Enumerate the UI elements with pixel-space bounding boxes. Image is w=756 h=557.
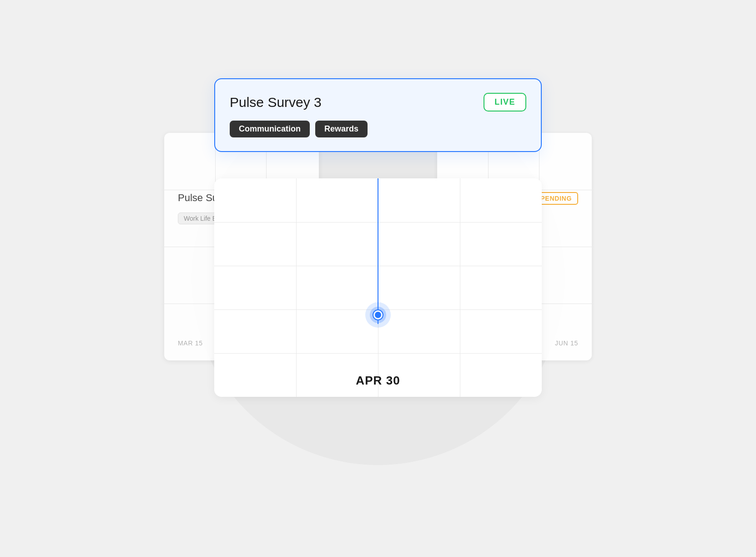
dot-glow-outer [365, 302, 391, 328]
timeline-v-line [460, 178, 460, 397]
dot-core [373, 310, 383, 319]
left-card-date: MAR 15 [178, 339, 203, 347]
timeline-area: APR 30 [214, 178, 542, 397]
tag-rewards: Rewards [315, 121, 368, 137]
timeline-dot [365, 302, 391, 328]
card-header: Pulse Survey 3 LIVE [230, 93, 526, 111]
survey-title: Pulse Survey 3 [230, 95, 322, 110]
right-card-date: JUN 15 [555, 339, 578, 347]
survey-tags: Communication Rewards [230, 121, 526, 137]
live-status-badge: LIVE [484, 93, 526, 111]
timeline-v-line [296, 178, 297, 397]
scene: Pulse Survey 2 Work Life Balance Involve… [173, 51, 583, 506]
tag-communication: Communication [230, 121, 310, 137]
main-survey-card[interactable]: Pulse Survey 3 LIVE Communication Reward… [214, 78, 542, 152]
timeline-date-label: APR 30 [356, 374, 400, 388]
timeline-grid: APR 30 [214, 178, 542, 397]
dot-glow-middle [370, 307, 386, 323]
